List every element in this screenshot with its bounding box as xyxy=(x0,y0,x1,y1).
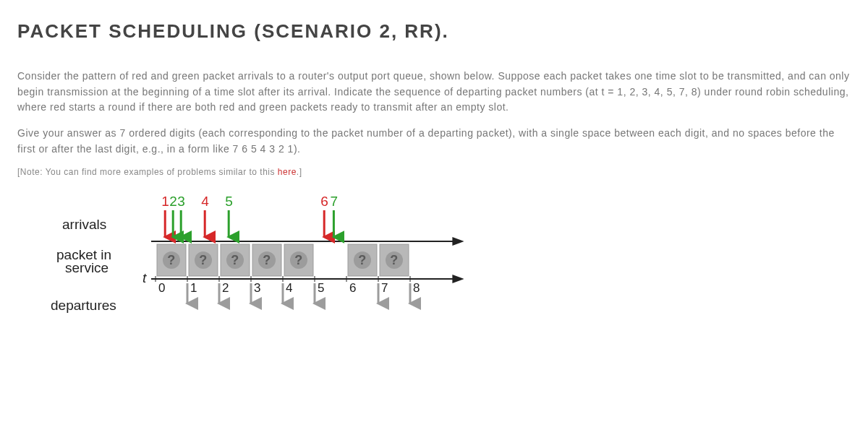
note-prefix: [Note: You can find more examples of pro… xyxy=(17,167,278,177)
label-departures: departures xyxy=(51,298,116,313)
question-mark-4: ? xyxy=(263,253,271,267)
arrival-label-2: 2 xyxy=(169,194,177,209)
note-link[interactable]: here xyxy=(278,167,297,177)
problem-paragraph-1: Consider the pattern of red and green pa… xyxy=(17,69,851,116)
arrival-label-7: 7 xyxy=(330,194,338,209)
tick-label-8: 8 xyxy=(413,281,420,295)
tick-label-2: 2 xyxy=(222,281,229,295)
arrival-label-4: 4 xyxy=(201,194,209,209)
question-mark-2: ? xyxy=(199,253,208,267)
arrival-label-3: 3 xyxy=(177,194,185,209)
tick-label-1: 1 xyxy=(190,281,197,295)
question-mark-8: ? xyxy=(390,253,399,267)
scheduling-diagram: arrivalspacket inservicedeparturest12345… xyxy=(17,187,851,371)
note-line: [Note: You can find more examples of pro… xyxy=(17,167,851,177)
question-mark-1: ? xyxy=(167,253,176,267)
label-t: t xyxy=(142,270,147,285)
arrival-label-6: 6 xyxy=(320,194,328,209)
tick-label-0: 0 xyxy=(158,281,166,295)
arrival-label-1: 1 xyxy=(161,194,169,209)
tick-label-4: 4 xyxy=(286,281,293,295)
page-title: PACKET SCHEDULING (SCENARIO 2, RR). xyxy=(17,20,851,43)
arrival-label-5: 5 xyxy=(225,194,233,209)
label-service: service xyxy=(65,260,109,275)
tick-label-3: 3 xyxy=(254,281,261,295)
note-suffix: .] xyxy=(297,167,302,177)
label-arrivals: arrivals xyxy=(62,217,106,232)
question-mark-5: ? xyxy=(294,253,303,267)
question-mark-7: ? xyxy=(358,253,367,267)
question-mark-3: ? xyxy=(231,253,239,267)
tick-label-6: 6 xyxy=(349,281,357,295)
problem-paragraph-2: Give your answer as 7 ordered digits (ea… xyxy=(17,126,851,157)
tick-label-7: 7 xyxy=(381,281,388,295)
tick-label-5: 5 xyxy=(318,281,325,295)
